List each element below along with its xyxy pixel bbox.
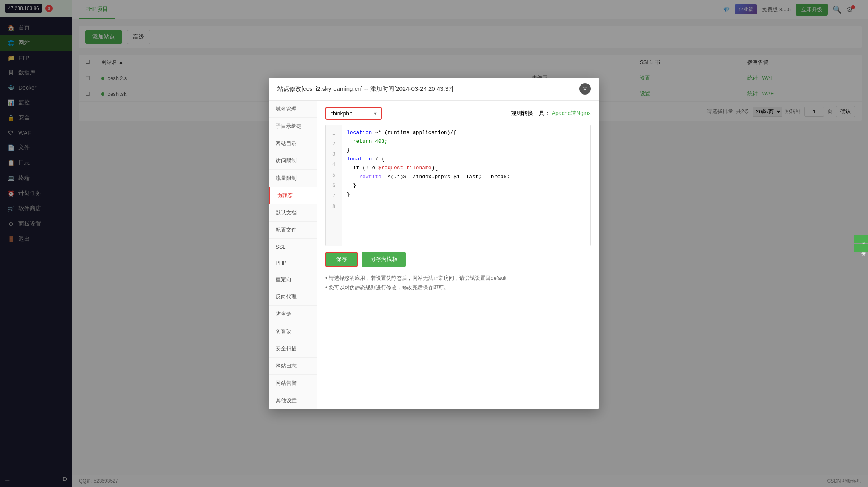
- nav-access[interactable]: 访问限制: [269, 152, 317, 170]
- tips-section: 请选择您的应用，若设置伪静态后，网站无法正常访问，请尝试设置回default 您…: [326, 273, 591, 292]
- modal-actions: 保存 另存为模板: [326, 252, 591, 267]
- tip-2: 您可以对伪静态规则进行修改，修改完后保存即可。: [326, 283, 591, 292]
- nav-ssl[interactable]: SSL: [269, 239, 317, 255]
- nav-php[interactable]: PHP: [269, 255, 317, 271]
- modal-body: 域名管理 子目录绑定 网站目录 访问限制 流量限制 伪静态 默认文档 配置文件 …: [269, 101, 599, 409]
- nav-traffic[interactable]: 流量限制: [269, 170, 317, 187]
- modal-overlay: 站点修改[ceshi2.skyroaming.cn] -- 添加时间[2024-…: [0, 0, 868, 487]
- save-button[interactable]: 保存: [326, 252, 358, 267]
- line-num: 4: [326, 160, 342, 170]
- code-line-1: location ~* (runtime|application)/{: [347, 128, 585, 137]
- code-line-7: }: [347, 181, 585, 190]
- nav-redirect[interactable]: 重定向: [269, 271, 317, 288]
- line-num: 3: [326, 149, 342, 160]
- nav-reverse-proxy[interactable]: 反向代理: [269, 288, 317, 306]
- nav-site-log[interactable]: 网站日志: [269, 358, 317, 375]
- convert-tool: 规则转换工具： Apache转Nginx: [511, 110, 591, 117]
- nav-default-doc[interactable]: 默认文档: [269, 204, 317, 222]
- modal-header: 站点修改[ceshi2.skyroaming.cn] -- 添加时间[2024-…: [269, 78, 599, 101]
- code-line-8: }: [347, 190, 585, 199]
- right-float-panel: 客服 评价: [854, 235, 868, 252]
- framework-select[interactable]: thinkphp laravel default django express …: [326, 107, 382, 120]
- modal-sidebar: 域名管理 子目录绑定 网站目录 访问限制 流量限制 伪静态 默认文档 配置文件 …: [269, 101, 317, 409]
- code-line-2: return 403;: [347, 137, 585, 146]
- modal-main-content: thinkphp laravel default django express …: [317, 101, 599, 409]
- line-numbers: 1 2 3 4 5 6 7 8: [326, 125, 342, 246]
- tip-1: 请选择您的应用，若设置伪静态后，网站无法正常访问，请尝试设置回default: [326, 273, 591, 283]
- modal-title: 站点修改[ceshi2.skyroaming.cn] -- 添加时间[2024-…: [277, 85, 454, 93]
- save-template-button[interactable]: 另存为模板: [362, 252, 406, 267]
- line-num: 8: [326, 201, 342, 212]
- line-num: 7: [326, 191, 342, 201]
- code-line-3: }: [347, 146, 585, 155]
- nav-site-alert[interactable]: 网站告警: [269, 375, 317, 392]
- line-num: 6: [326, 181, 342, 191]
- code-line-5: if (!-e $request_filename){: [347, 164, 585, 173]
- convert-label: 规则转换工具：: [511, 110, 550, 116]
- code-lines: 1 2 3 4 5 6 7 8 location ~* (runtime|app…: [326, 125, 590, 246]
- code-editor[interactable]: 1 2 3 4 5 6 7 8 location ~* (runtime|app…: [326, 125, 591, 246]
- line-num: 1: [326, 128, 342, 139]
- nav-rewrite[interactable]: 伪静态: [269, 187, 317, 204]
- convert-link[interactable]: Apache转Nginx: [552, 110, 591, 116]
- code-line-4: location / {: [347, 155, 585, 164]
- code-content: location ~* (runtime|application)/{ retu…: [342, 125, 590, 246]
- nav-anti-tamper[interactable]: 防篡改: [269, 323, 317, 340]
- nav-hotlink[interactable]: 防盗链: [269, 306, 317, 323]
- modal-close-button[interactable]: ×: [579, 83, 591, 95]
- line-num: 5: [326, 170, 342, 181]
- nav-webroot[interactable]: 网站目录: [269, 135, 317, 152]
- customer-service-button[interactable]: 客服: [854, 235, 868, 243]
- line-num: 2: [326, 139, 342, 149]
- nav-subdir[interactable]: 子目录绑定: [269, 118, 317, 135]
- review-button[interactable]: 评价: [854, 244, 868, 252]
- modal-toolbar: thinkphp laravel default django express …: [326, 107, 591, 120]
- code-line-6: rewrite ^(.*)$ /index.php?s=$1 last; bre…: [347, 173, 585, 181]
- site-config-modal: 站点修改[ceshi2.skyroaming.cn] -- 添加时间[2024-…: [269, 78, 599, 409]
- nav-other[interactable]: 其他设置: [269, 392, 317, 409]
- nav-domain[interactable]: 域名管理: [269, 101, 317, 118]
- nav-config[interactable]: 配置文件: [269, 222, 317, 239]
- nav-scan[interactable]: 安全扫描: [269, 340, 317, 358]
